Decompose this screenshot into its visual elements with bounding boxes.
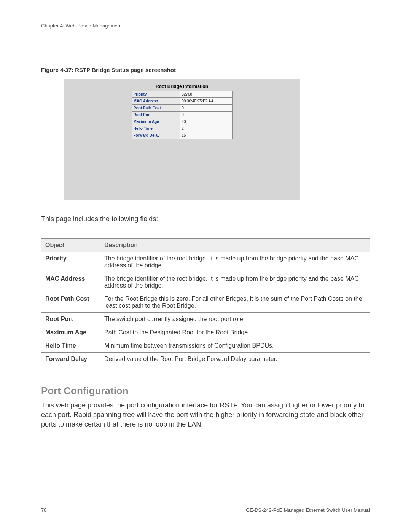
table-row: PriorityThe bridge identifier of the roo…: [41, 252, 370, 272]
row-label: Priority: [132, 91, 180, 98]
table-row: Root Path Cost0: [132, 105, 232, 112]
table-row: Priority32768: [132, 91, 232, 98]
table-row: MAC Address00:30:4F:75:F2:AA: [132, 98, 232, 105]
description-cell: Derived value of the Root Port Bridge Fo…: [100, 353, 370, 366]
intro-text: This page includes the following fields:: [41, 215, 370, 223]
section-heading: Port Configuration: [41, 385, 370, 397]
chapter-header: Chapter 4: Web-Based Management: [41, 23, 370, 29]
column-header-description: Description: [100, 239, 370, 252]
object-cell: MAC Address: [41, 272, 100, 292]
table-row: MAC AddressThe bridge identifier of the …: [41, 272, 370, 292]
row-value: 0: [180, 105, 232, 112]
row-value: 00:30:4F:75:F2:AA: [180, 98, 232, 105]
row-label: Maximum Age: [132, 118, 180, 125]
description-cell: The switch port currently assigned the r…: [100, 313, 370, 326]
row-label: MAC Address: [132, 98, 180, 105]
row-label: Root Path Cost: [132, 105, 180, 112]
screenshot-title: Root Bridge Information: [64, 84, 300, 89]
object-cell: Root Path Cost: [41, 292, 100, 313]
table-row: Maximum Age20: [132, 118, 232, 125]
section-body: This web page provides the port configur…: [41, 401, 370, 430]
object-cell: Priority: [41, 252, 100, 272]
table-row: Maximum AgePath Cost to the Designated R…: [41, 326, 370, 339]
row-value: 15: [180, 132, 232, 139]
description-cell: The bridge identifier of the root bridge…: [100, 272, 370, 292]
page-number: 78: [41, 507, 46, 513]
row-value: 20: [180, 118, 232, 125]
manual-title: GE-DS-242-PoE Managed Ethernet Switch Us…: [246, 507, 370, 513]
object-cell: Root Port: [41, 313, 100, 326]
table-row: Hello Time2: [132, 125, 232, 132]
root-bridge-info-table: Priority32768 MAC Address00:30:4F:75:F2:…: [132, 91, 233, 139]
screenshot-box: Root Bridge Information Priority32768 MA…: [64, 79, 300, 200]
table-row: Forward Delay15: [132, 132, 232, 139]
fields-description-table: Object Description PriorityThe bridge id…: [41, 238, 370, 366]
description-cell: For the Root Bridge this is zero. For al…: [100, 292, 370, 313]
table-row: Hello TimeMinimum time between transmiss…: [41, 339, 370, 353]
page-footer: 78 GE-DS-242-PoE Managed Ethernet Switch…: [41, 507, 370, 513]
row-label: Root Port: [132, 112, 180, 118]
table-row: Root PortThe switch port currently assig…: [41, 313, 370, 326]
description-cell: Minimum time between transmissions of Co…: [100, 339, 370, 353]
row-label: Hello Time: [132, 125, 180, 132]
row-label: Forward Delay: [132, 132, 180, 139]
figure-caption: Figure 4-37: RSTP Bridge Status page scr…: [41, 67, 370, 73]
table-row: Root Port0: [132, 112, 232, 118]
row-value: 2: [180, 125, 232, 132]
description-cell: Path Cost to the Designated Root for the…: [100, 326, 370, 339]
object-cell: Forward Delay: [41, 353, 100, 366]
table-row: Root Path CostFor the Root Bridge this i…: [41, 292, 370, 313]
row-value: 32768: [180, 91, 232, 98]
object-cell: Maximum Age: [41, 326, 100, 339]
description-cell: The bridge identifier of the root bridge…: [100, 252, 370, 272]
row-value: 0: [180, 112, 232, 118]
table-row: Forward DelayDerived value of the Root P…: [41, 353, 370, 366]
column-header-object: Object: [41, 239, 100, 252]
object-cell: Hello Time: [41, 339, 100, 353]
